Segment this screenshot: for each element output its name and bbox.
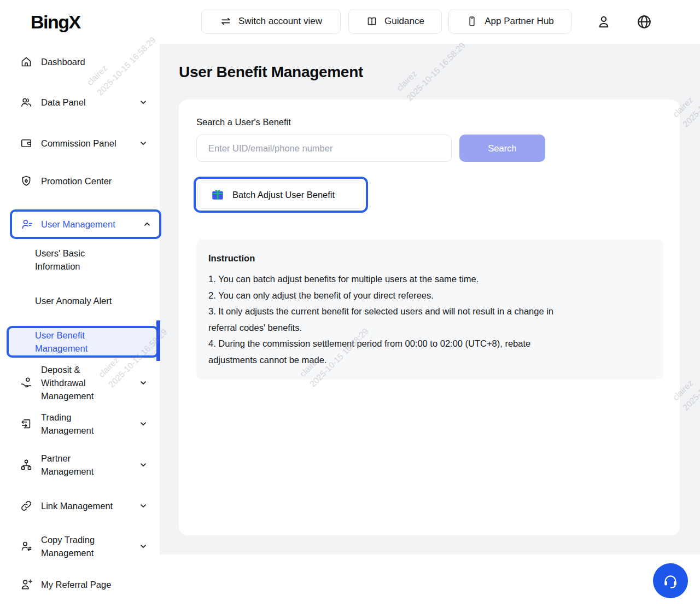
sidebar-item-deposit-withdrawal[interactable]: Deposit & Withdrawal Management [20, 363, 148, 402]
sidebar-item-partner-management[interactable]: Partner Management [20, 452, 148, 478]
app-partner-hub-button[interactable]: App Partner Hub [448, 9, 571, 34]
sidebar-item-data-panel[interactable]: Data Panel [20, 92, 148, 112]
book-icon [366, 15, 378, 27]
instruction-item: 1. You can batch adjust benefits for mul… [208, 271, 651, 288]
sidebar-item-link-management[interactable]: Link Management [20, 496, 148, 516]
sidebar: Dashboard Data Panel Commission Panel [0, 44, 160, 607]
sidebar-item-dashboard[interactable]: Dashboard [20, 52, 148, 72]
guidance-label: Guidance [384, 16, 424, 27]
top-header: BingX Switch account view Guidance App P… [0, 0, 700, 44]
hand-coin-icon [20, 376, 33, 389]
sidebar-item-label: My Referral Page [41, 578, 111, 591]
people-icon [20, 96, 33, 109]
sidebar-item-label: Promotion Center [41, 174, 112, 188]
phone-icon [466, 15, 478, 27]
instruction-title: Instruction [208, 253, 651, 264]
sidebar-item-trading-management[interactable]: Trading Management [20, 411, 148, 437]
chevron-down-icon[interactable] [139, 98, 148, 107]
sidebar-item-label: Commission Panel [41, 137, 116, 150]
search-section-label: Search a User's Benefit [196, 117, 291, 127]
sidebar-subitem-user-benefit-management[interactable]: User Benefit Management [7, 326, 159, 358]
person-plus-icon [20, 578, 33, 591]
switch-arrows-icon [220, 15, 232, 27]
chevron-down-icon[interactable] [139, 501, 148, 510]
org-chart-icon [20, 458, 33, 471]
account-person-icon[interactable] [594, 12, 614, 32]
batch-adjust-user-benefit-button[interactable]: Batch Adjust User Benefit [197, 180, 364, 209]
chevron-down-icon[interactable] [139, 460, 148, 469]
sidebar-item-label: User Benefit Management [35, 329, 88, 355]
sidebar-item-my-referral-page[interactable]: My Referral Page [20, 575, 148, 594]
sidebar-item-label: User Management [41, 218, 115, 231]
guidance-button[interactable]: Guidance [348, 9, 442, 34]
chevron-down-icon[interactable] [139, 419, 148, 428]
wallet-icon [20, 137, 33, 150]
sidebar-item-label: Dashboard [41, 55, 85, 68]
benefit-card: Search a User's Benefit Search Batch Adj… [179, 100, 680, 535]
batch-adjust-label: Batch Adjust User Benefit [232, 190, 335, 200]
document-transfer-icon [20, 417, 33, 430]
instruction-item: 4. During the commission settlement peri… [208, 336, 651, 368]
search-input[interactable] [196, 135, 452, 162]
instruction-panel: Instruction 1. You can batch adjust bene… [196, 239, 663, 380]
sidebar-subitem-users-basic-information[interactable]: Users' Basic Information [35, 247, 85, 273]
globe-language-icon[interactable] [634, 12, 654, 32]
instruction-item: 3. It only adjusts the current benefit f… [208, 304, 651, 336]
gift-icon [211, 188, 225, 202]
sidebar-subitem-user-anomaly-alert[interactable]: User Anomaly Alert [35, 294, 112, 307]
bingx-logo: BingX [31, 11, 80, 33]
person-arrows-icon [20, 540, 33, 553]
sidebar-item-label: Data Panel [41, 96, 86, 109]
link-icon [20, 499, 33, 512]
customer-support-button[interactable] [653, 563, 688, 598]
switch-account-view-label: Switch account view [238, 16, 322, 27]
headset-icon [662, 572, 679, 590]
sidebar-item-label: Copy Trading Management [41, 533, 95, 559]
sidebar-item-label: Trading Management [41, 411, 94, 437]
sidebar-item-label: Deposit & Withdrawal Management [41, 363, 94, 402]
sidebar-item-label: Link Management [41, 499, 113, 512]
sidebar-item-copy-trading-management[interactable]: Copy Trading Management [20, 533, 148, 559]
switch-account-view-button[interactable]: Switch account view [201, 9, 341, 34]
active-item-indicator [156, 320, 160, 361]
sidebar-item-label: Partner Management [41, 452, 94, 478]
chevron-up-icon[interactable] [143, 220, 151, 229]
instruction-item: 2. You can only adjust the benefit of yo… [208, 288, 651, 304]
annotation-highlight-box: Batch Adjust User Benefit [194, 177, 368, 213]
shield-icon [20, 174, 33, 188]
sidebar-item-user-management[interactable]: User Management [10, 209, 161, 239]
home-icon [20, 55, 33, 68]
sidebar-item-promotion-center[interactable]: Promotion Center [20, 171, 148, 191]
search-button[interactable]: Search [459, 135, 545, 162]
sidebar-item-commission-panel[interactable]: Commission Panel [20, 133, 148, 153]
chevron-down-icon[interactable] [139, 378, 148, 387]
app-partner-hub-label: App Partner Hub [485, 16, 554, 27]
user-list-icon [20, 218, 33, 231]
chevron-down-icon[interactable] [139, 139, 148, 148]
page-title: User Benefit Management [179, 63, 363, 81]
chevron-down-icon[interactable] [139, 542, 148, 551]
